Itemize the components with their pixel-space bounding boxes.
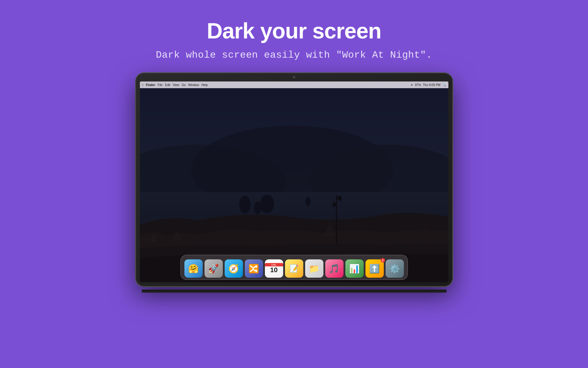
dock-icon-launchpad[interactable]: 🚀 [205, 259, 223, 278]
menubar-right: ✦ 97% Thu 9:05 PM 🔍 [411, 83, 446, 87]
dock: 🤗 🚀 🧭 🔀 CAL 10 [180, 255, 408, 280]
menubar-window: Window [188, 83, 199, 87]
menubar-left:  Finder File Edit View Go Window Help [142, 83, 408, 87]
dock-icon-updates[interactable]: ⬆️ 2 [365, 259, 384, 278]
menubar-time: Thu 9:05 PM [423, 83, 440, 87]
dock-icon-notes[interactable]: 📝 [285, 259, 303, 278]
laptop-screen-frame:  Finder File Edit View Go Window Help ✦… [136, 73, 453, 287]
webcam [293, 76, 295, 78]
menubar-file: File [158, 83, 162, 87]
menubar:  Finder File Edit View Go Window Help ✦… [140, 81, 448, 88]
dock-icon-safari[interactable]: 🧭 [225, 259, 243, 278]
dock-icon-migration[interactable]: 🔀 [245, 259, 263, 278]
menubar-edit: Edit [165, 83, 170, 87]
dock-icon-music[interactable]: 🎵 [325, 259, 344, 278]
menubar-wifi-icon: ✦ [411, 83, 413, 87]
laptop-screen:  Finder File Edit View Go Window Help ✦… [140, 81, 448, 282]
menubar-app-name: Finder [146, 83, 155, 87]
dock-icon-files[interactable]: 📁 [305, 259, 323, 278]
apple-logo-icon:  [142, 83, 144, 87]
laptop-mockup:  Finder File Edit View Go Window Help ✦… [136, 73, 453, 287]
menubar-help: Help [201, 83, 208, 87]
dock-icon-numbers[interactable]: 📊 [345, 259, 364, 278]
menubar-search-icon: 🔍 [442, 83, 446, 87]
page-subtitle: Dark whole screen easily with "Work At N… [156, 49, 432, 61]
dock-icon-finder[interactable]: 🤗 [184, 259, 203, 278]
laptop-bezel-top [136, 73, 453, 81]
dock-container: 🤗 🚀 🧭 🔀 CAL 10 [140, 246, 448, 282]
dock-icon-calendar[interactable]: CAL 10 [265, 259, 283, 278]
page-title: Dark your screen [207, 18, 381, 43]
laptop-hinge [142, 290, 447, 293]
header-section: Dark your screen Dark whole screen easil… [156, 0, 432, 61]
dock-icon-system-preferences[interactable]: ⚙️ [386, 259, 404, 278]
menubar-go: Go [182, 83, 186, 87]
menubar-battery: 97% [415, 83, 421, 87]
menubar-view: View [173, 83, 179, 87]
